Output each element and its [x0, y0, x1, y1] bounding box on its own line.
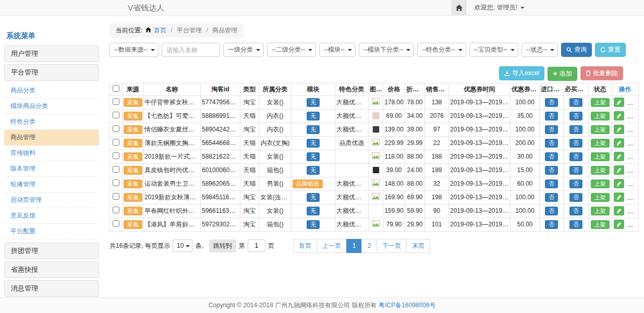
mustbuy-toggle-badge[interactable]: 否: [569, 193, 582, 202]
sidebar-item[interactable]: 平台配置: [4, 224, 99, 239]
import-toggle-badge[interactable]: 否: [545, 152, 558, 161]
filter-select-level1-category[interactable]: 一级分类: [223, 43, 264, 57]
row-checkbox[interactable]: [113, 179, 119, 186]
sidebar-section[interactable]: 省惠快报: [4, 261, 99, 278]
status-badge[interactable]: 上架: [591, 166, 610, 175]
per-page-select[interactable]: 10: [173, 239, 192, 252]
page-button-1[interactable]: 1: [346, 239, 362, 253]
row-checkbox[interactable]: [113, 166, 119, 173]
sidebar-section[interactable]: 拼团管理: [4, 243, 99, 259]
edit-button[interactable]: [614, 220, 624, 229]
row-checkbox[interactable]: [113, 220, 119, 227]
batch-delete-button[interactable]: 批量删除: [580, 66, 623, 80]
edit-button[interactable]: [614, 138, 624, 148]
import-toggle-badge[interactable]: 否: [545, 139, 558, 148]
delete-button[interactable]: [628, 98, 638, 107]
sidebar-item[interactable]: 版本管理: [4, 161, 99, 177]
last-page-button[interactable]: 末页: [406, 239, 430, 253]
import-toggle-badge[interactable]: 否: [545, 193, 558, 202]
filter-select-level2-category[interactable]: --二级分类--: [267, 43, 316, 57]
status-badge[interactable]: 上架: [591, 207, 610, 215]
jump-button[interactable]: 跳转到: [209, 239, 236, 252]
name-search-input[interactable]: [162, 43, 220, 57]
delete-button[interactable]: [628, 165, 638, 175]
sidebar-item[interactable]: 商品管理: [4, 130, 99, 146]
edit-button[interactable]: [614, 152, 624, 161]
mustbuy-toggle-badge[interactable]: 否: [569, 152, 582, 161]
row-checkbox[interactable]: [113, 98, 119, 105]
edit-button[interactable]: [614, 125, 624, 134]
import-toggle-badge[interactable]: 否: [545, 112, 558, 121]
delete-button[interactable]: [628, 192, 638, 202]
import-toggle-badge[interactable]: 否: [545, 179, 558, 188]
status-badge[interactable]: 上架: [591, 193, 610, 202]
first-page-button[interactable]: 首页: [293, 239, 317, 253]
icp-link[interactable]: 粤ICP备16098006号: [379, 302, 435, 309]
edit-button[interactable]: [614, 165, 624, 175]
delete-button[interactable]: [628, 111, 638, 121]
page-button-2[interactable]: 2: [361, 239, 377, 253]
sidebar-item[interactable]: 意见反馈: [4, 208, 99, 224]
sidebar-item[interactable]: 宣传物料: [4, 146, 99, 161]
status-badge[interactable]: 上架: [591, 152, 610, 161]
status-badge[interactable]: 上架: [591, 98, 610, 107]
mustbuy-toggle-badge[interactable]: 否: [569, 139, 582, 148]
import-toggle-badge[interactable]: 否: [545, 125, 558, 134]
filter-select-data-source[interactable]: --数据来源--: [110, 43, 159, 57]
edit-button[interactable]: [614, 98, 624, 107]
sidebar-item[interactable]: 商品分类: [4, 83, 99, 99]
import-toggle-badge[interactable]: 否: [545, 220, 558, 229]
filter-select-status[interactable]: --状态--: [521, 43, 558, 57]
mustbuy-toggle-badge[interactable]: 否: [569, 220, 582, 229]
mustbuy-toggle-badge[interactable]: 否: [569, 179, 582, 188]
row-checkbox[interactable]: [113, 193, 119, 200]
reset-button[interactable]: 重置: [595, 43, 626, 57]
next-page-button[interactable]: 下一页: [376, 239, 407, 253]
mustbuy-toggle-badge[interactable]: 否: [569, 207, 582, 215]
home-button[interactable]: [452, 0, 466, 15]
sidebar-item[interactable]: 特色分类: [4, 114, 99, 130]
filter-select-item-type[interactable]: --宝贝类型--: [469, 43, 518, 57]
mustbuy-toggle-badge[interactable]: 否: [569, 98, 582, 107]
edit-button[interactable]: [614, 206, 624, 215]
status-badge[interactable]: 上架: [591, 220, 610, 229]
row-checkbox[interactable]: [113, 207, 119, 213]
sidebar-section[interactable]: 用户管理: [4, 45, 99, 62]
import-excel-button[interactable]: 导入excel: [499, 66, 544, 80]
row-checkbox[interactable]: [113, 139, 119, 146]
sidebar-item[interactable]: 轮播管理: [4, 177, 99, 192]
edit-button[interactable]: [614, 111, 624, 121]
import-toggle-badge[interactable]: 否: [545, 166, 558, 175]
sidebar-item[interactable]: 模块商品分类: [4, 99, 99, 114]
breadcrumb-home-link[interactable]: 首页: [154, 27, 166, 34]
edit-button[interactable]: [614, 192, 624, 202]
sidebar-item[interactable]: 启动页管理: [4, 192, 99, 208]
user-menu[interactable]: 欢迎您, 管理员!: [475, 3, 525, 12]
delete-button[interactable]: [628, 206, 638, 215]
import-toggle-badge[interactable]: 否: [545, 207, 558, 215]
delete-button[interactable]: [628, 125, 638, 134]
status-badge[interactable]: 上架: [591, 139, 610, 148]
sidebar-section[interactable]: 平台管理: [4, 64, 99, 81]
row-checkbox[interactable]: [113, 152, 119, 159]
import-toggle-badge[interactable]: 否: [545, 98, 558, 107]
filter-select-module[interactable]: --模块--: [319, 43, 356, 57]
status-badge[interactable]: 上架: [591, 179, 610, 188]
mustbuy-toggle-badge[interactable]: 否: [569, 166, 582, 175]
page-number-input[interactable]: [248, 239, 265, 252]
status-badge[interactable]: 上架: [591, 125, 610, 134]
delete-button[interactable]: [628, 138, 638, 148]
add-button[interactable]: + 添加: [548, 67, 577, 81]
row-checkbox[interactable]: [113, 125, 119, 132]
search-button[interactable]: 查询: [561, 43, 592, 57]
filter-select-feature-category[interactable]: --特色分类--: [417, 43, 466, 57]
prev-page-button[interactable]: 上一页: [317, 239, 347, 253]
edit-button[interactable]: [614, 179, 624, 188]
mustbuy-toggle-badge[interactable]: 否: [569, 112, 582, 121]
mustbuy-toggle-badge[interactable]: 否: [569, 125, 582, 134]
select-all-checkbox[interactable]: [113, 85, 119, 92]
delete-button[interactable]: [628, 220, 638, 229]
status-badge[interactable]: 上架: [591, 112, 610, 121]
delete-button[interactable]: [628, 179, 638, 188]
filter-select-module-sub[interactable]: --模块下分类--: [359, 43, 414, 57]
